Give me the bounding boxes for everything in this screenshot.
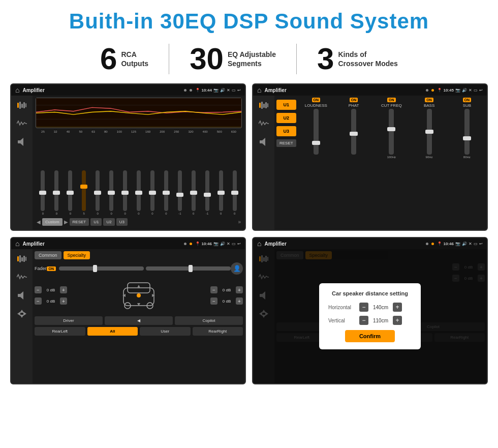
vertical-minus-btn[interactable]: −: [359, 316, 368, 325]
tab-common[interactable]: Common: [35, 251, 61, 259]
xo-slider-2[interactable]: [389, 109, 394, 155]
home-icon-2[interactable]: ⌂: [257, 86, 261, 94]
xo-slider-0[interactable]: [314, 109, 319, 155]
minus-btn-3[interactable]: −: [210, 286, 217, 293]
speaker-icon-1[interactable]: [15, 136, 29, 147]
eq-track-3[interactable]: [82, 170, 86, 211]
side-icons-3: [11, 249, 33, 383]
speaker-icon-2[interactable]: [257, 136, 271, 147]
xo-channel-4: ONSUB80Hz: [449, 98, 485, 228]
prev-icon[interactable]: ◀: [37, 219, 41, 225]
user-icon-3: 👤: [231, 262, 243, 275]
eq-track-4[interactable]: [96, 170, 100, 211]
eq-track-6[interactable]: [123, 170, 127, 211]
xo-slider-1[interactable]: [351, 109, 356, 155]
stat-xo: 3 Kinds of Crossover Modes: [297, 44, 418, 74]
eq-track-12[interactable]: [205, 170, 209, 211]
eq-track-13[interactable]: [219, 170, 223, 211]
plus-btn-4[interactable]: +: [236, 297, 243, 305]
home-icon-3[interactable]: ⌂: [15, 240, 19, 248]
play-icon[interactable]: ▶: [64, 219, 68, 225]
wave-icon-3[interactable]: [15, 272, 29, 283]
all-btn[interactable]: All: [87, 327, 138, 336]
eq-slider-col-11: 0: [187, 170, 200, 215]
eq-track-14[interactable]: [233, 170, 237, 211]
plus-btn-1[interactable]: +: [60, 286, 67, 293]
fader-slider-h1[interactable]: [59, 266, 144, 271]
expand-icon[interactable]: »: [238, 219, 241, 225]
reset-btn-xo[interactable]: RESET: [276, 139, 296, 147]
wave-icon-2[interactable]: [257, 118, 271, 129]
eq-track-2[interactable]: [68, 170, 72, 211]
tab-specialty[interactable]: Specialty: [64, 251, 90, 259]
driver-btn[interactable]: Driver: [35, 316, 103, 325]
eq-track-0[interactable]: [41, 170, 45, 211]
eq-icon-1[interactable]: [15, 100, 29, 111]
eq-track-5[interactable]: [109, 170, 113, 211]
xo-on-badge-0: ON: [312, 98, 321, 102]
fader-right-vol-1: − 0 dB +: [210, 286, 243, 293]
status-dot-4: [431, 89, 434, 92]
u2-btn-1[interactable]: U2: [103, 218, 114, 226]
horizontal-minus-btn[interactable]: −: [359, 303, 368, 312]
eq-track-10[interactable]: [178, 170, 182, 211]
eq-track-7[interactable]: [137, 170, 141, 211]
eq-icon-2[interactable]: [257, 100, 271, 111]
eq-slider-col-5: 0: [105, 170, 118, 215]
svg-rect-21: [23, 256, 25, 262]
reset-btn-1[interactable]: RESET: [70, 218, 89, 226]
minus-btn-2[interactable]: −: [35, 297, 42, 305]
eq-track-9[interactable]: [164, 170, 168, 211]
eq-track-1[interactable]: [54, 170, 58, 211]
u3-preset-btn[interactable]: U3: [276, 126, 296, 136]
plus-btn-2[interactable]: +: [60, 297, 67, 305]
eq-val-3: 5: [83, 212, 85, 215]
status-icons-2: 📍 10:45 📷 🔊 ✕ ▭ ↩: [437, 88, 483, 93]
screen3-content: Common Specialty Fader ON 👤: [11, 249, 245, 383]
vertical-plus-btn[interactable]: +: [393, 316, 402, 325]
eq-thumb-13: [217, 191, 225, 195]
side-icons-1: [11, 96, 33, 230]
fader-left-vols: − 0 dB + − 0 dB +: [35, 286, 67, 305]
eq-val-4: 0: [97, 212, 99, 215]
arrows-icon-3[interactable]: [15, 308, 29, 319]
speaker-icon-3[interactable]: [15, 290, 29, 301]
xo-slider-4[interactable]: [464, 109, 470, 155]
eq-thumb-12: [204, 193, 211, 197]
copilot-btn[interactable]: Copilot: [175, 316, 243, 325]
u3-btn-1[interactable]: U3: [116, 218, 128, 226]
fader-slider-h2[interactable]: [146, 266, 231, 271]
custom-btn[interactable]: Custom: [42, 218, 63, 226]
u2-preset-btn[interactable]: U2: [276, 113, 296, 123]
eq-track-11[interactable]: [192, 170, 196, 211]
u1-btn-1[interactable]: U1: [90, 218, 102, 226]
minus-btn-4[interactable]: −: [210, 297, 217, 305]
eq-val-2: 0: [70, 212, 71, 215]
svg-marker-26: [20, 315, 24, 318]
volume-icon-3: 🔊: [220, 242, 225, 246]
home-icon-1[interactable]: ⌂: [15, 86, 19, 94]
eq-icon-3[interactable]: [15, 253, 29, 264]
fader-left-vol-2: − 0 dB +: [35, 297, 67, 305]
user-btn-3[interactable]: User: [140, 327, 191, 336]
rearleft-btn[interactable]: RearLeft: [35, 327, 85, 336]
confirm-btn[interactable]: Confirm: [345, 330, 395, 342]
status-dot-7: [426, 243, 428, 245]
home-icon-4[interactable]: ⌂: [257, 240, 261, 248]
minus-btn-1[interactable]: −: [35, 286, 42, 293]
status-dot-5: [184, 243, 186, 245]
xo-channel-3: ONBASS90Hz: [411, 98, 447, 228]
horizontal-plus-btn[interactable]: +: [393, 303, 402, 312]
eq-track-8[interactable]: [150, 170, 154, 211]
xo-slider-3[interactable]: [427, 109, 432, 155]
eq-val-10: -1: [178, 212, 181, 215]
u1-preset-btn[interactable]: U1: [276, 100, 296, 110]
arrow-left-btn[interactable]: ◀: [105, 316, 173, 325]
xo-channel-2: ONCUT FREQ100Hz: [374, 98, 409, 228]
rearright-btn[interactable]: RearRight: [193, 327, 243, 336]
statusbar-3: ⌂ Amplifier 📍 10:46 📷 🔊 ✕ ▭ ↩: [11, 238, 245, 249]
plus-btn-3[interactable]: +: [236, 286, 243, 293]
eq-slider-col-9: 0: [160, 170, 172, 215]
fader-thumb-h1: [93, 265, 97, 272]
wave-icon-1[interactable]: [15, 118, 29, 129]
